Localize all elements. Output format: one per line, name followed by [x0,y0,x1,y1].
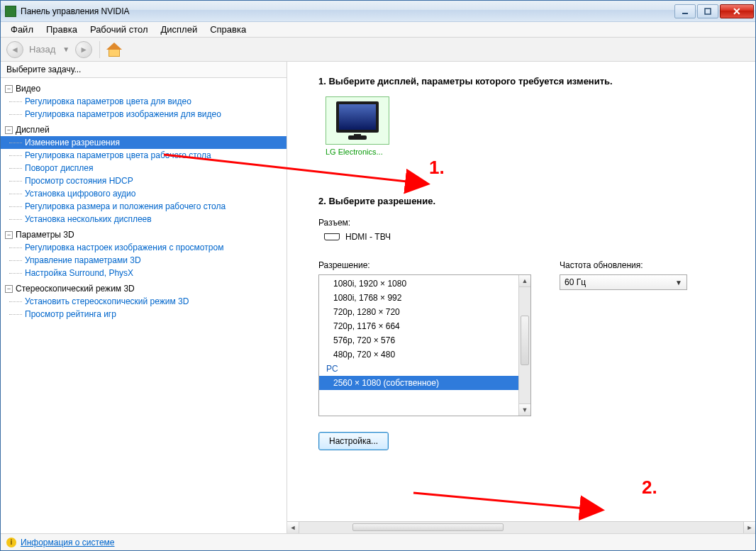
home-icon[interactable] [107,43,121,57]
tree-group-video: − Видео Регулировка параметров цвета для… [1,82,287,121]
close-icon: ✕ [733,6,741,17]
res-group-pc: PC [319,362,518,376]
menu-file[interactable]: Файл [5,23,39,36]
info-icon: i [6,538,16,547]
tree-group-label: Видео [16,84,40,94]
hscroll-left-icon[interactable]: ◄ [287,522,299,533]
scroll-down-icon[interactable]: ▼ [519,403,530,416]
resolution-label: Разрешение: [318,260,531,270]
tree-group-head[interactable]: − Дисплей [1,123,287,136]
tree-group-label: Параметры 3D [16,230,74,240]
tree-item-3d-image[interactable]: Регулировка настроек изображения с просм… [1,241,287,254]
minimize-button[interactable] [674,4,696,18]
system-info-link[interactable]: Информация о системе [21,538,114,547]
arrow-left-icon: ◄ [11,45,19,55]
chevron-down-icon: ▼ [675,279,682,286]
tree-item-multi-display[interactable]: Установка нескольких дисплеев [1,213,287,226]
tree-group-head[interactable]: − Видео [1,82,287,95]
tree-collapse-icon[interactable]: − [5,231,13,239]
tree-item-size-position[interactable]: Регулировка размера и положения рабочего… [1,200,287,213]
monitor-tile[interactable] [326,96,389,145]
hscroll-track[interactable] [299,522,743,533]
arrow-right-icon: ► [79,45,88,55]
menu-display[interactable]: Дисплей [155,23,204,36]
hscroll-thumb[interactable] [352,523,504,531]
maximize-icon [704,8,711,15]
tree-collapse-icon[interactable]: − [5,126,13,134]
sidebar-header: Выберите задачу... [1,62,287,78]
tree-item-desktop-color[interactable]: Регулировка параметров цвета рабочего ст… [1,149,287,162]
window-controls: ✕ [673,1,755,21]
nvidia-app-icon [5,6,16,17]
nav-history-dropdown[interactable]: ▼ [60,45,72,53]
statusbar: i Информация о системе [1,533,755,550]
main-split: Выберите задачу... − Видео Регулировка п… [1,62,755,533]
res-item[interactable]: 1080i, 1920 × 1080 [319,277,518,291]
annotation-1: 1. [429,157,445,179]
tree-item-surround[interactable]: Настройка Surround, PhysX [1,267,287,279]
nav-separator [99,41,100,58]
maximize-button[interactable] [697,4,718,18]
tree-item-digital-audio[interactable]: Установка цифрового аудио [1,187,287,200]
scroll-thumb[interactable] [521,316,529,365]
nav-back-label: Назад [29,44,55,55]
res-item[interactable]: 576p, 720 × 576 [319,333,518,347]
tree-group-stereo3d: − Стереоскопический режим 3D Установить … [1,282,287,321]
hdmi-icon [324,233,340,240]
res-item[interactable]: 720p, 1176 × 664 [319,319,518,333]
step1-title: 1. Выберите дисплей, параметры которого … [318,76,735,87]
res-scrollbar[interactable]: ▲ ▼ [518,275,530,416]
tree-item-hdcp[interactable]: Просмотр состояния HDCP [1,174,287,187]
tree-item-video-image[interactable]: Регулировка параметров изображения для в… [1,108,287,121]
menu-edit[interactable]: Правка [40,23,83,36]
task-tree: − Видео Регулировка параметров цвета для… [1,78,287,533]
res-item[interactable]: 1080i, 1768 × 992 [319,291,518,305]
tree-collapse-icon[interactable]: − [5,285,13,293]
tree-item-3d-manage[interactable]: Управление параметрами 3D [1,254,287,267]
window-title: Панель управления NVIDIA [21,6,130,16]
content-hscroll[interactable]: ◄ ► [287,521,755,533]
tree-collapse-icon[interactable]: − [5,85,13,93]
resolution-column: Разрешение: 1080i, 1920 × 1080 1080i, 17… [318,249,531,450]
menubar: Файл Правка Рабочий стол Дисплей Справка [1,22,755,38]
configure-button-label: Настройка... [329,436,378,446]
refresh-column: Частота обновления: 60 Гц ▼ [560,249,716,290]
nav-back-button[interactable]: ◄ [6,41,23,58]
tree-item-change-resolution[interactable]: Изменение разрешения [1,136,287,149]
tree-group-label: Стереоскопический режим 3D [16,284,135,294]
tree-group-3d: − Параметры 3D Регулировка настроек изоб… [1,228,287,279]
step2-title: 2. Выберите разрешение. [318,196,735,206]
tree-group-head[interactable]: − Параметры 3D [1,228,287,241]
tree-item-game-rating[interactable]: Просмотр рейтинга игр [1,308,287,321]
res-item-selected[interactable]: 2560 × 1080 (собственное) [319,376,518,390]
svg-rect-0 [682,13,688,14]
configure-button[interactable]: Настройка... [318,432,389,450]
tree-group-display: − Дисплей Изменение разрешения Регулиров… [1,123,287,226]
resolution-list[interactable]: 1080i, 1920 × 1080 1080i, 1768 × 992 720… [318,274,531,416]
connector-row: HDMI - ТВЧ [324,232,735,242]
nvidia-window: Панель управления NVIDIA ✕ Файл Правка Р… [0,0,756,551]
hscroll-right-icon[interactable]: ► [743,522,755,533]
scroll-up-icon[interactable]: ▲ [519,275,530,287]
task-sidebar: Выберите задачу... − Видео Регулировка п… [1,62,287,533]
menu-desktop[interactable]: Рабочий стол [84,23,154,36]
tree-item-stereo-set[interactable]: Установить стереоскопический режим 3D [1,295,287,308]
tree-group-label: Дисплей [16,125,50,135]
titlebar: Панель управления NVIDIA ✕ [1,1,755,22]
refresh-label: Частота обновления: [560,260,716,270]
refresh-select[interactable]: 60 Гц ▼ [560,274,687,290]
res-item[interactable]: 720p, 1280 × 720 [319,305,518,319]
close-button[interactable]: ✕ [720,4,754,18]
refresh-value: 60 Гц [565,277,586,287]
tree-item-video-color[interactable]: Регулировка параметров цвета для видео [1,95,287,108]
tree-group-head[interactable]: − Стереоскопический режим 3D [1,282,287,295]
connector-value: HDMI - ТВЧ [345,232,391,242]
minimize-icon [682,8,689,15]
connector-label: Разъем: [318,218,735,228]
res-item[interactable]: 480p, 720 × 480 [319,347,518,362]
menu-help[interactable]: Справка [204,23,252,36]
monitor-label: LG Electronics... [326,148,735,156]
nav-forward-button[interactable]: ► [75,41,92,58]
tree-item-rotate[interactable]: Поворот дисплея [1,162,287,174]
annotation-2: 2. [642,477,657,499]
